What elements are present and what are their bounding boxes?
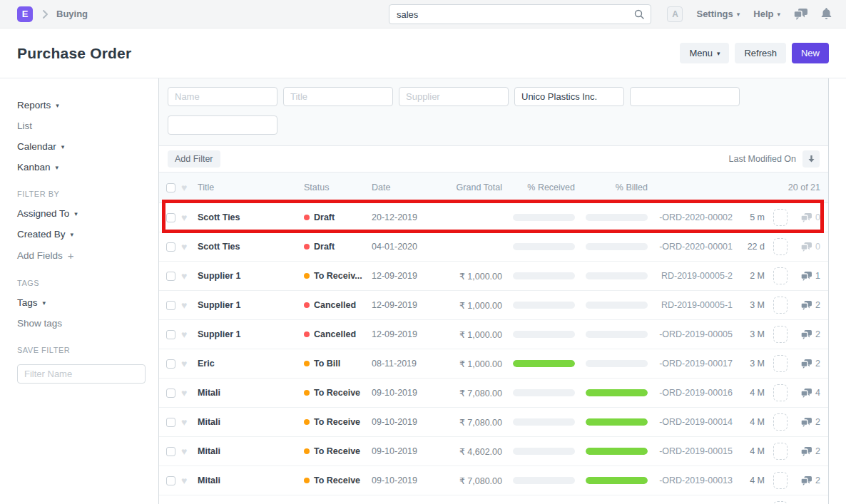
row-id[interactable]: -ORD-2020-00002 xyxy=(653,212,733,222)
new-button[interactable]: New xyxy=(792,43,829,63)
assign-placeholder[interactable] xyxy=(773,501,788,504)
table-row[interactable] xyxy=(159,495,828,504)
assign-placeholder[interactable] xyxy=(773,238,788,255)
row-id[interactable]: RD-2019-00005-1 xyxy=(653,300,733,310)
assign-placeholder[interactable] xyxy=(773,384,788,401)
table-row[interactable]: ♥ Supplier 1 Cancelled 12-09-2019 ₹ 1,00… xyxy=(159,291,828,320)
header-grand-total[interactable]: Grand Total xyxy=(436,182,502,192)
heart-icon[interactable]: ♥ xyxy=(181,271,191,281)
comment-count[interactable]: 2 xyxy=(792,475,820,485)
comment-count[interactable]: 2 xyxy=(792,329,820,339)
status-indicator[interactable]: To Receive xyxy=(304,475,372,485)
table-row[interactable]: ♥ Scott Ties Draft 04-01-2020 -ORD-2020-… xyxy=(159,232,828,262)
add-filter-button[interactable]: Add Filter xyxy=(168,150,220,168)
comment-count[interactable]: 2 xyxy=(792,417,820,427)
row-title[interactable]: Scott Ties xyxy=(198,212,298,222)
table-row[interactable]: ♥ Supplier 1 Cancelled 12-09-2019 ₹ 1,00… xyxy=(159,320,828,349)
comment-count[interactable]: 4 xyxy=(792,388,820,398)
sidebar-item-add-fields[interactable]: Add Fields + xyxy=(17,250,150,262)
select-all-checkbox[interactable] xyxy=(166,183,175,192)
menu-button[interactable]: Menu ▾ xyxy=(680,43,729,63)
notifications-bell-icon[interactable] xyxy=(821,8,832,20)
row-checkbox[interactable] xyxy=(166,301,175,310)
table-row[interactable]: ♥ Mitali To Receive 09-10-2019 ₹ 7,080.0… xyxy=(159,408,828,437)
sidebar-item-assigned-to[interactable]: Assigned To ▾ xyxy=(17,208,150,219)
filter-input-extra-1[interactable] xyxy=(630,87,740,106)
heart-icon[interactable]: ♥ xyxy=(181,300,191,310)
status-indicator[interactable]: Draft xyxy=(304,212,372,222)
heart-icon[interactable]: ♥ xyxy=(181,475,191,485)
refresh-button[interactable]: Refresh xyxy=(735,43,786,63)
row-id[interactable]: -ORD-2019-00017 xyxy=(653,359,733,369)
assign-placeholder[interactable] xyxy=(773,413,788,431)
filter-name-input[interactable] xyxy=(17,364,146,384)
sidebar-item-kanban[interactable]: Kanban▾ xyxy=(17,162,150,173)
search-icon[interactable] xyxy=(633,9,645,20)
assign-placeholder[interactable] xyxy=(773,209,788,226)
sidebar-item-calendar[interactable]: Calendar▾ xyxy=(17,141,150,152)
heart-icon[interactable]: ♥ xyxy=(181,329,191,339)
sort-direction-button[interactable] xyxy=(802,150,820,168)
assign-placeholder[interactable] xyxy=(773,267,788,284)
header-billed[interactable]: % Billed xyxy=(586,182,648,192)
assign-placeholder[interactable] xyxy=(773,326,788,343)
heart-icon[interactable]: ♥ xyxy=(181,388,191,398)
breadcrumb[interactable]: Buying xyxy=(56,9,88,19)
table-row[interactable]: ♥ Mitali To Receive 09-10-2019 ₹ 7,080.0… xyxy=(159,379,828,408)
comment-count[interactable]: 1 xyxy=(792,271,820,281)
row-id[interactable]: -ORD-2020-00001 xyxy=(653,242,733,252)
help-menu[interactable]: Help ▾ xyxy=(753,9,780,19)
sidebar-item-show-tags[interactable]: Show tags xyxy=(17,318,150,329)
sidebar-item-reports[interactable]: Reports▾ xyxy=(17,100,150,110)
row-title[interactable]: Supplier 1 xyxy=(198,329,298,339)
status-indicator[interactable]: To Receive xyxy=(304,446,372,456)
row-title[interactable]: Supplier 1 xyxy=(198,300,298,310)
comment-count[interactable]: 0 xyxy=(792,242,820,252)
row-checkbox[interactable] xyxy=(166,272,175,281)
status-indicator[interactable]: Draft xyxy=(304,242,372,252)
comment-count[interactable]: 2 xyxy=(792,359,820,369)
row-title[interactable]: Mitali xyxy=(198,446,298,456)
heart-icon[interactable]: ♥ xyxy=(181,212,191,222)
comment-count[interactable]: 0 xyxy=(792,212,820,222)
row-checkbox[interactable] xyxy=(166,359,175,369)
heart-icon[interactable]: ♥ xyxy=(181,242,191,252)
table-row[interactable]: ♥ Eric To Bill 08-11-2019 ₹ 1,000.00 -OR… xyxy=(159,349,828,379)
status-indicator[interactable]: Cancelled xyxy=(304,329,372,339)
row-checkbox[interactable] xyxy=(166,242,175,252)
heart-icon[interactable]: ♥ xyxy=(181,417,191,427)
assign-placeholder[interactable] xyxy=(773,472,788,489)
table-row[interactable]: ♥ Mitali To Receive 09-10-2019 ₹ 4,602.0… xyxy=(159,437,828,466)
filter-input-title[interactable] xyxy=(283,87,393,106)
table-row[interactable]: ♥ Mitali To Receive 09-10-2019 ₹ 7,080.0… xyxy=(159,466,828,495)
row-title[interactable]: Supplier 1 xyxy=(198,271,298,281)
row-id[interactable]: -ORD-2019-00013 xyxy=(653,475,733,485)
sidebar-item-created-by[interactable]: Created By ▾ xyxy=(17,229,150,240)
row-title[interactable]: Mitali xyxy=(198,388,298,398)
filter-input-name[interactable] xyxy=(168,87,277,106)
header-received[interactable]: % Received xyxy=(513,182,575,192)
comment-count[interactable]: 2 xyxy=(792,446,820,456)
heart-icon[interactable]: ♥ xyxy=(181,359,191,369)
filter-input-supplier[interactable] xyxy=(399,87,509,106)
row-checkbox[interactable] xyxy=(166,418,175,427)
sidebar-item-tags[interactable]: Tags ▾ xyxy=(17,297,150,308)
chat-icon[interactable] xyxy=(794,9,807,20)
assign-placeholder[interactable] xyxy=(773,355,788,372)
sort-field-label[interactable]: Last Modified On xyxy=(729,154,797,164)
status-indicator[interactable]: To Bill xyxy=(304,359,372,369)
table-row[interactable]: ♥ Supplier 1 To Receiv... 12-09-2019 ₹ 1… xyxy=(159,262,828,291)
status-indicator[interactable]: To Receive xyxy=(304,417,372,427)
row-id[interactable]: -ORD-2019-00015 xyxy=(653,446,733,456)
sidebar-item-list[interactable]: List xyxy=(17,120,150,131)
row-checkbox[interactable] xyxy=(166,330,175,339)
avatar[interactable]: A xyxy=(667,6,683,22)
app-logo[interactable]: E xyxy=(17,6,33,22)
row-id[interactable]: RD-2019-00005-2 xyxy=(653,271,733,281)
row-checkbox[interactable] xyxy=(166,213,175,222)
assign-placeholder[interactable] xyxy=(773,297,788,314)
status-indicator[interactable]: To Receive xyxy=(304,388,372,398)
row-id[interactable]: -ORD-2019-00014 xyxy=(653,417,733,427)
header-title[interactable]: Title xyxy=(198,182,298,192)
settings-menu[interactable]: Settings ▾ xyxy=(696,9,740,19)
